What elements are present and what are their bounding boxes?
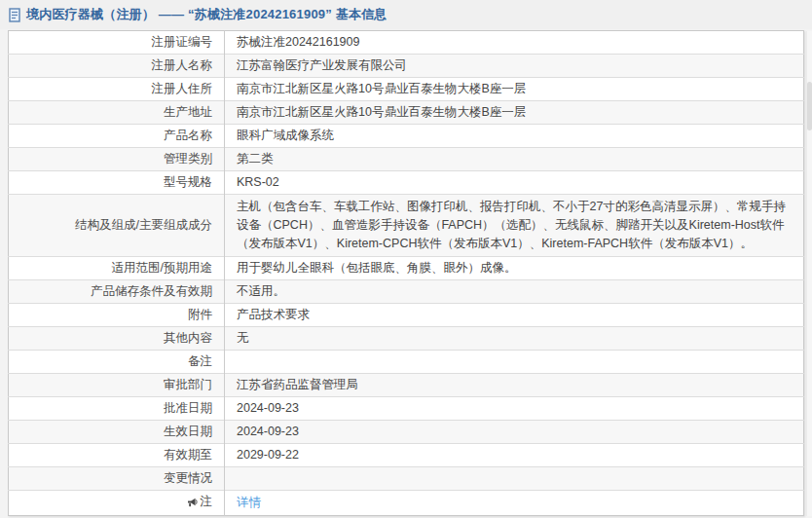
- table-row-note: 注 详情: [9, 491, 804, 516]
- details-link[interactable]: 详情: [237, 496, 261, 509]
- row-label: 型号规格: [9, 171, 225, 195]
- table-row-other-content: 其他内容 无: [9, 327, 804, 351]
- row-label: 附件: [9, 304, 225, 327]
- table-row-registrant-address: 注册人住所 南京市江北新区星火路10号鼎业百泰生物大楼B座一层: [9, 78, 804, 101]
- row-value: 苏械注准20242161909: [225, 31, 804, 55]
- row-label: 结构及组成/主要组成成分: [9, 195, 225, 257]
- row-label: 变更情况: [9, 467, 225, 491]
- row-value: 主机（包含台车、车载工作站、图像打印机、报告打印机、不小于27寸的彩色高清显示屏…: [225, 195, 804, 257]
- row-value: KRS-02: [225, 171, 804, 195]
- row-value: 江苏省药品监督管理局: [225, 374, 804, 397]
- row-value: [225, 351, 804, 374]
- note-label-text: 注: [201, 494, 213, 510]
- row-label: 注: [9, 491, 225, 516]
- registration-info-table: 注册证编号 苏械注准20242161909 注册人名称 江苏富翰医疗产业发展有限…: [8, 30, 804, 516]
- table-row-structure-composition: 结构及组成/主要组成成分 主机（包含台车、车载工作站、图像打印机、报告打印机、不…: [9, 195, 804, 257]
- row-label: 有效期至: [9, 444, 225, 467]
- row-label: 管理类别: [9, 148, 225, 171]
- row-value: 南京市江北新区星火路10号鼎业百泰生物大楼B座一层: [225, 101, 804, 125]
- table-row-approval-department: 审批部门 江苏省药品监督管理局: [9, 374, 804, 397]
- table-row-effective-date: 生效日期 2024-09-23: [9, 421, 804, 444]
- row-label: 产品名称: [9, 125, 225, 148]
- row-value: 产品技术要求: [225, 304, 804, 327]
- table-row-approval-date: 批准日期 2024-09-23: [9, 397, 804, 421]
- table-row-remark: 备注: [9, 351, 804, 374]
- page-title: 境内医疗器械（注册） —— “苏械注准20242161909” 基本信息: [26, 6, 388, 23]
- row-label: 生效日期: [9, 421, 225, 444]
- row-value: 第二类: [225, 148, 804, 171]
- row-value: 2024-09-23: [225, 397, 804, 421]
- table-row-reg-number: 注册证编号 苏械注准20242161909: [9, 31, 804, 55]
- scrollbar[interactable]: [806, 31, 812, 516]
- table-row-model-spec: 型号规格 KRS-02: [9, 171, 804, 195]
- document-icon: [9, 8, 21, 22]
- table-row-intended-use: 适用范围/预期用途 用于婴幼儿全眼科（包括眼底、角膜、眼外）成像。: [9, 257, 804, 280]
- row-value: 2029-09-22: [225, 444, 804, 467]
- table-row-storage-validity: 产品储存条件及有效期 不适用。: [9, 280, 804, 304]
- row-label: 生产地址: [9, 101, 225, 125]
- row-value: 不适用。: [225, 280, 804, 304]
- page-header: 境内医疗器械（注册） —— “苏械注准20242161909” 基本信息: [0, 0, 812, 29]
- table-row-production-address: 生产地址 南京市江北新区星火路10号鼎业百泰生物大楼B座一层: [9, 101, 804, 125]
- scrollbar-thumb[interactable]: [807, 82, 812, 130]
- row-label: 其他内容: [9, 327, 225, 351]
- row-value: 眼科广域成像系统: [225, 125, 804, 148]
- table-row-product-name: 产品名称 眼科广域成像系统: [9, 125, 804, 148]
- row-value: 无: [225, 327, 804, 351]
- row-value: 详情: [225, 491, 804, 516]
- row-label: 注册证编号: [9, 31, 225, 55]
- row-label: 审批部门: [9, 374, 225, 397]
- table-row-expiry-date: 有效期至 2029-09-22: [9, 444, 804, 467]
- row-label: 注册人住所: [9, 78, 225, 101]
- row-label: 备注: [9, 351, 225, 374]
- row-value: [225, 467, 804, 491]
- table-row-change-status: 变更情况: [9, 467, 804, 491]
- row-value: 用于婴幼儿全眼科（包括眼底、角膜、眼外）成像。: [225, 257, 804, 280]
- row-label: 注册人名称: [9, 55, 225, 78]
- row-label: 产品储存条件及有效期: [9, 280, 225, 304]
- megaphone-icon: [187, 498, 198, 508]
- row-value: 江苏富翰医疗产业发展有限公司: [225, 55, 804, 78]
- table-row-management-class: 管理类别 第二类: [9, 148, 804, 171]
- row-value: 南京市江北新区星火路10号鼎业百泰生物大楼B座一层: [225, 78, 804, 101]
- row-value: 2024-09-23: [225, 421, 804, 444]
- table-row-attachment: 附件 产品技术要求: [9, 304, 804, 327]
- table-row-registrant-name: 注册人名称 江苏富翰医疗产业发展有限公司: [9, 55, 804, 78]
- row-label: 批准日期: [9, 397, 225, 421]
- row-label: 适用范围/预期用途: [9, 257, 225, 280]
